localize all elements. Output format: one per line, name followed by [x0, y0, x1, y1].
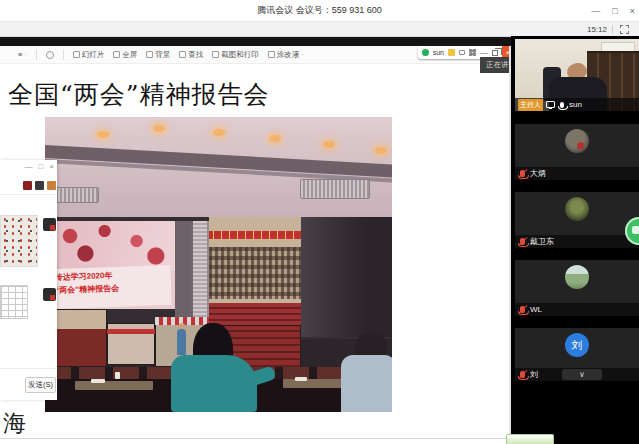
photo-feed-banner	[209, 231, 301, 239]
background-window-peek	[506, 434, 554, 444]
participant-name: 大炳	[530, 168, 546, 179]
toolbar-item-slides[interactable]: 幻灯片	[73, 50, 105, 60]
floatbar-restore-icon[interactable]	[492, 50, 498, 56]
participant-name: sun	[569, 100, 582, 109]
participant-tile-sun[interactable]: 主持人 sun	[515, 39, 639, 111]
wechat-image-message[interactable]	[0, 285, 28, 319]
status-bar: 15:12	[0, 22, 639, 37]
window-titlebar: 腾讯会议 会议号：559 931 600 — □ ×	[0, 0, 639, 22]
record-icon[interactable]	[448, 49, 455, 56]
fullscreen-mode-icon	[113, 51, 120, 58]
mic-muted-icon	[520, 170, 525, 177]
toolbar-item-find[interactable]: 查找	[179, 50, 203, 60]
tencent-meeting-window: 腾讯会议 会议号：559 931 600 — □ × 15:12 ≡· 幻灯片 …	[0, 0, 639, 444]
participant-tile[interactable]: 刘 刘 ∨	[515, 328, 639, 381]
photo-main-feed	[209, 217, 301, 325]
photo-sub-feed	[107, 323, 155, 365]
mic-muted-icon	[520, 238, 525, 245]
wechat-close-icon[interactable]: ×	[49, 162, 54, 171]
wechat-contact-avatar	[43, 218, 56, 231]
minimize-icon[interactable]: —	[591, 6, 600, 16]
toolbar-item-fullscreen[interactable]: 全屏	[113, 50, 137, 60]
floatbar-minimize-icon[interactable]: —	[480, 49, 488, 57]
conference-room-photo: 传达学习2020年 “两会”精神报告会	[45, 117, 392, 412]
fullscreen-icon[interactable]	[620, 25, 629, 34]
apps-icon[interactable]	[469, 49, 476, 56]
wechat-emoji-row[interactable]	[23, 181, 56, 190]
toolbar-item-background[interactable]: 背景	[146, 50, 170, 60]
slides-icon	[73, 51, 80, 58]
screen-share-icon	[546, 101, 555, 108]
participant-tile[interactable]: WL	[515, 260, 639, 316]
avatar	[565, 265, 589, 289]
chevron-down-icon[interactable]: ∨	[562, 369, 602, 380]
correction-icon	[268, 51, 275, 58]
close-icon[interactable]: ×	[630, 6, 635, 16]
document-partial-text: 海	[3, 408, 26, 439]
wechat-image-message[interactable]	[0, 215, 38, 267]
photo-slide-screen: 传达学习2020年 “两会”精神报告会	[47, 221, 175, 309]
toolbar-item-screenshot-print[interactable]: 截图和打印	[212, 50, 259, 60]
maximize-icon[interactable]: □	[612, 6, 617, 16]
wechat-window-strip[interactable]: — □ × 发送(S)	[0, 160, 57, 400]
wechat-maximize-icon[interactable]: □	[38, 162, 43, 171]
screenshot-print-icon	[212, 51, 219, 58]
divider	[612, 25, 613, 34]
participant-name: 戴卫东	[530, 236, 554, 247]
avatar	[565, 197, 589, 221]
document-title: 全国“两会”精神报告会	[8, 78, 270, 111]
menu-icon[interactable]: ≡·	[18, 50, 27, 59]
clock-text: 15:12	[587, 25, 607, 34]
avatar	[565, 129, 589, 153]
sharer-name: sun	[433, 49, 444, 56]
participant-name: 刘	[530, 369, 538, 380]
toolbar-item-correction[interactable]: 涂改液 ·	[268, 50, 304, 60]
mic-muted-icon	[520, 371, 525, 378]
wechat-contact-avatar	[43, 288, 56, 301]
page-edge-line	[0, 438, 511, 439]
chat-icon[interactable]	[459, 50, 466, 55]
window-title: 腾讯会议 会议号：559 931 600	[0, 4, 639, 17]
wechat-minimize-icon[interactable]: —	[24, 162, 32, 171]
wechat-send-button[interactable]: 发送(S)	[25, 377, 56, 393]
find-icon	[179, 51, 186, 58]
mic-on-icon	[560, 102, 564, 108]
avatar-initial: 刘	[565, 333, 589, 357]
background-icon	[146, 51, 153, 58]
participant-tile[interactable]: 大炳	[515, 124, 639, 180]
play-icon[interactable]	[46, 51, 54, 59]
network-status-icon	[422, 49, 429, 56]
participant-tile[interactable]: 戴卫东	[515, 192, 639, 248]
panel-divider[interactable]	[509, 46, 511, 444]
mic-muted-icon	[520, 306, 525, 313]
participant-name: WL	[530, 305, 542, 314]
host-badge: 主持人	[518, 99, 543, 111]
